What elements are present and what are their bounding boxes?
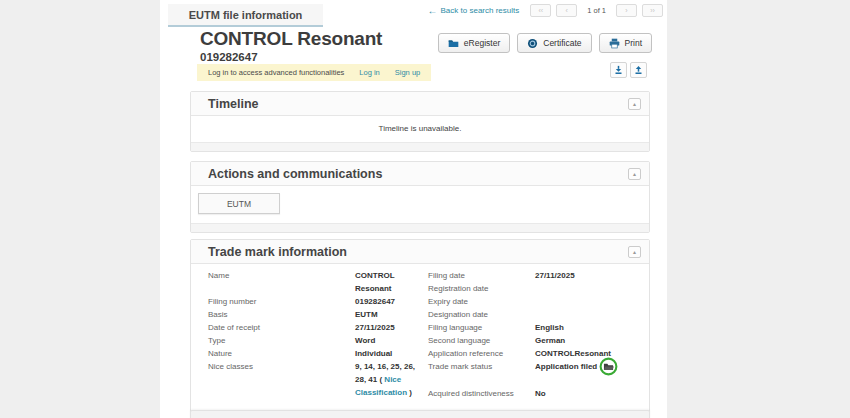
folder-icon [448, 38, 459, 49]
field-value: 27/11/2025 [535, 269, 646, 282]
table-row: TypeWord [208, 334, 420, 347]
field-value: Word [355, 334, 420, 347]
page: EUTM file information ← Back to search r… [0, 0, 850, 418]
collapse-all-icon [614, 65, 623, 75]
sign-up-link[interactable]: Sign up [395, 68, 420, 77]
table-row: Designation date [428, 308, 646, 321]
status-filed-icon [599, 357, 618, 376]
timeline-section-footer [191, 142, 649, 151]
actions-section-footer [191, 223, 649, 232]
field-label: Type [208, 334, 355, 347]
field-label: Nature [208, 347, 355, 360]
pager-label: 1 of 1 [587, 6, 606, 15]
expand-all-icon [634, 65, 643, 75]
field-value [535, 282, 646, 295]
field-label: Second language [428, 334, 535, 347]
timeline-section: Timeline ▴ Timeline is unavailable. [190, 91, 650, 152]
field-value: CONTROLResonant [535, 347, 646, 360]
table-row: Trade mark statusApplication filed [428, 360, 646, 373]
field-value: EUTM [355, 308, 420, 321]
seal-icon [527, 38, 538, 49]
table-row: Acquired distinctivenessNo [428, 387, 646, 400]
field-value: CONTROL Resonant [355, 269, 420, 295]
field-label: Registration date [428, 282, 535, 295]
field-value: 27/11/2025 [355, 321, 420, 334]
pager-last-button[interactable]: ›› [642, 4, 663, 17]
document-actions: eRegister Certificate Print [438, 33, 652, 53]
collapse-all-button[interactable] [610, 62, 627, 78]
next-section-partial [190, 410, 650, 418]
table-row: Filing date27/11/2025 [428, 269, 646, 282]
field-value [535, 295, 646, 308]
eregister-button[interactable]: eRegister [438, 33, 510, 53]
timeline-empty-message: Timeline is unavailable. [191, 116, 649, 142]
table-row: BasisEUTM [208, 308, 420, 321]
table-row: Registration date [428, 282, 646, 295]
actions-section-body: EUTM [191, 186, 649, 223]
field-value: 9, 14, 16, 25, 26, 28, 41 ( Nice Classif… [355, 360, 420, 399]
field-label: Designation date [428, 308, 535, 321]
field-label: Acquired distinctiveness [428, 387, 535, 400]
field-label: Expiry date [428, 295, 535, 308]
tab-eutm-file-information[interactable]: EUTM file information [168, 4, 323, 27]
field-label: Date of receipt [208, 321, 355, 334]
login-message: Log in to access advanced functionalitie… [208, 68, 344, 77]
trademark-collapse-button[interactable]: ▴ [628, 246, 641, 258]
print-button[interactable]: Print [599, 33, 652, 53]
field-label: Filing language [428, 321, 535, 334]
expand-all-button[interactable] [630, 62, 647, 78]
top-navigation: ← Back to search results ‹‹ ‹ 1 of 1 › ›… [428, 4, 663, 17]
table-row: Filing number019282647 [208, 295, 420, 308]
table-row: Filing languageEnglish [428, 321, 646, 334]
pager-next-button[interactable]: › [616, 4, 637, 17]
table-row: NatureIndividual [208, 347, 420, 360]
field-label: Filing date [428, 269, 535, 282]
fold-controls [610, 62, 647, 78]
log-in-link[interactable]: Log in [359, 68, 379, 77]
left-arrow-icon: ← [428, 5, 438, 16]
actions-communications-section: Actions and communications ▴ EUTM [190, 161, 650, 233]
trademark-fields-right: Filing date27/11/2025Registration dateEx… [428, 269, 646, 418]
field-label: Name [208, 269, 355, 295]
actions-section-header: Actions and communications ▴ [191, 162, 649, 186]
timeline-section-header: Timeline ▴ [191, 92, 649, 116]
trademark-information-section: Trade mark information ▴ NameCONTROL Res… [190, 239, 650, 418]
field-label: Trade mark status [428, 360, 535, 373]
table-row: Second languageGerman [428, 334, 646, 347]
field-value: English [535, 321, 646, 334]
table-row: NameCONTROL Resonant [208, 269, 420, 295]
filing-number-heading: 019282647 [200, 51, 258, 63]
trademark-section-header: Trade mark information ▴ [191, 240, 649, 264]
login-banner: Log in to access advanced functionalitie… [197, 64, 431, 81]
table-row: Date of receipt27/11/2025 [208, 321, 420, 334]
back-to-search-results-link[interactable]: ← Back to search results [428, 5, 520, 16]
table-row: Nice classes9, 14, 16, 25, 26, 28, 41 ( … [208, 360, 420, 399]
tab-eutm[interactable]: EUTM [198, 193, 280, 214]
field-label: Nice classes [208, 360, 355, 399]
field-label: Filing number [208, 295, 355, 308]
timeline-collapse-button[interactable]: ▴ [628, 98, 641, 110]
pager-prev-button[interactable]: ‹ [556, 4, 577, 17]
trademark-fields-left: NameCONTROL ResonantFiling number0192826… [208, 269, 420, 418]
certificate-button[interactable]: Certificate [517, 33, 591, 53]
table-row: Expiry date [428, 295, 646, 308]
field-label: Application reference [428, 347, 535, 360]
field-value: 019282647 [355, 295, 420, 308]
pager-first-button[interactable]: ‹‹ [530, 4, 551, 17]
printer-icon [609, 38, 620, 49]
main-content: EUTM file information ← Back to search r… [160, 0, 667, 418]
field-value [535, 308, 646, 321]
field-value: German [535, 334, 646, 347]
field-value: Application filed [535, 360, 646, 373]
field-label: Basis [208, 308, 355, 321]
page-title: CONTROL Resonant [200, 28, 382, 50]
field-value: No [535, 387, 646, 400]
field-value: Individual [355, 347, 420, 360]
actions-collapse-button[interactable]: ▴ [628, 168, 641, 180]
trademark-section-body: NameCONTROL ResonantFiling number0192826… [191, 264, 649, 418]
